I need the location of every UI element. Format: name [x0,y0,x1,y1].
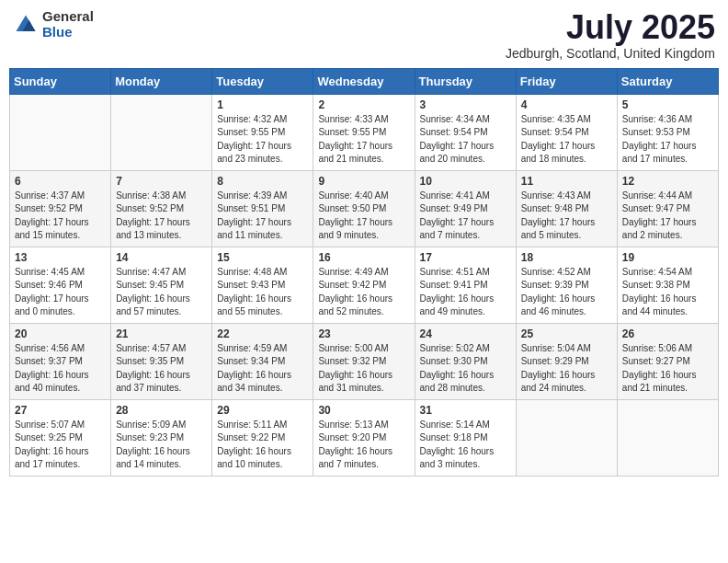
daylight-text: Daylight: 16 hours and 10 minutes. [217,446,291,470]
day-number: 12 [622,175,713,188]
sunset-text: Sunset: 9:22 PM [217,432,285,442]
day-info: Sunrise: 4:59 AM Sunset: 9:34 PM Dayligh… [217,342,308,396]
sunrise-text: Sunrise: 4:54 AM [622,267,692,277]
calendar-cell: 20 Sunrise: 4:56 AM Sunset: 9:37 PM Dayl… [10,323,111,399]
sunrise-text: Sunrise: 4:59 AM [217,343,287,353]
sunset-text: Sunset: 9:35 PM [116,356,184,366]
daylight-text: Daylight: 16 hours and 57 minutes. [116,293,190,317]
daylight-text: Daylight: 16 hours and 52 minutes. [318,293,392,317]
calendar-week-row: 1 Sunrise: 4:32 AM Sunset: 9:55 PM Dayli… [10,94,719,170]
weekday-header: Sunday [10,68,111,94]
day-info: Sunrise: 4:35 AM Sunset: 9:54 PM Dayligh… [521,113,612,167]
calendar-week-row: 6 Sunrise: 4:37 AM Sunset: 9:52 PM Dayli… [10,170,719,247]
day-number: 18 [521,251,612,264]
sunset-text: Sunset: 9:32 PM [318,356,386,366]
daylight-text: Daylight: 16 hours and 24 minutes. [521,370,596,394]
weekday-header: Saturday [617,68,718,94]
sunset-text: Sunset: 9:55 PM [318,127,386,137]
day-number: 8 [217,175,308,188]
day-info: Sunrise: 4:44 AM Sunset: 9:47 PM Dayligh… [622,190,713,243]
sunrise-text: Sunrise: 4:47 AM [116,267,186,277]
day-info: Sunrise: 5:09 AM Sunset: 9:23 PM Dayligh… [116,419,207,472]
sunset-text: Sunset: 9:52 PM [116,203,184,213]
daylight-text: Daylight: 16 hours and 44 minutes. [622,293,697,317]
daylight-text: Daylight: 17 hours and 2 minutes. [622,217,697,241]
day-number: 9 [318,175,409,188]
daylight-text: Daylight: 17 hours and 9 minutes. [318,217,392,241]
calendar-cell: 19 Sunrise: 4:54 AM Sunset: 9:38 PM Dayl… [617,247,718,323]
sunset-text: Sunset: 9:54 PM [521,127,589,137]
day-number: 27 [15,404,106,417]
day-info: Sunrise: 4:40 AM Sunset: 9:50 PM Dayligh… [318,190,409,243]
day-number: 19 [622,251,713,264]
day-info: Sunrise: 4:47 AM Sunset: 9:45 PM Dayligh… [116,266,207,319]
calendar-cell: 27 Sunrise: 5:07 AM Sunset: 9:25 PM Dayl… [10,399,111,476]
sunset-text: Sunset: 9:53 PM [622,127,690,137]
sunrise-text: Sunrise: 4:36 AM [622,114,692,124]
logo-blue: Blue [42,25,94,40]
day-info: Sunrise: 4:56 AM Sunset: 9:37 PM Dayligh… [15,342,106,396]
day-number: 25 [521,327,612,340]
sunset-text: Sunset: 9:51 PM [217,203,285,213]
calendar-cell [10,94,111,170]
calendar-cell: 4 Sunrise: 4:35 AM Sunset: 9:54 PM Dayli… [516,94,617,170]
calendar-week-row: 20 Sunrise: 4:56 AM Sunset: 9:37 PM Dayl… [10,323,719,399]
location: Jedburgh, Scotland, United Kingdom [506,46,715,61]
day-number: 23 [318,327,409,340]
weekday-header-row: SundayMondayTuesdayWednesdayThursdayFrid… [10,68,719,94]
day-info: Sunrise: 5:04 AM Sunset: 9:29 PM Dayligh… [521,342,612,396]
day-info: Sunrise: 4:34 AM Sunset: 9:54 PM Dayligh… [420,113,511,167]
sunset-text: Sunset: 9:49 PM [420,203,488,213]
calendar-cell: 9 Sunrise: 4:40 AM Sunset: 9:50 PM Dayli… [313,170,415,247]
sunrise-text: Sunrise: 4:43 AM [521,190,591,201]
daylight-text: Daylight: 16 hours and 46 minutes. [521,293,596,317]
sunrise-text: Sunrise: 4:56 AM [15,343,85,353]
calendar-cell: 13 Sunrise: 4:45 AM Sunset: 9:46 PM Dayl… [10,247,111,323]
day-info: Sunrise: 5:00 AM Sunset: 9:32 PM Dayligh… [318,342,409,396]
sunrise-text: Sunrise: 5:13 AM [318,419,388,430]
weekday-header: Thursday [415,68,516,94]
sunset-text: Sunset: 9:39 PM [521,280,589,290]
sunset-text: Sunset: 9:52 PM [15,203,83,213]
calendar-cell: 23 Sunrise: 5:00 AM Sunset: 9:32 PM Dayl… [313,323,415,399]
calendar-cell: 15 Sunrise: 4:48 AM Sunset: 9:43 PM Dayl… [212,247,313,323]
sunrise-text: Sunrise: 5:11 AM [217,419,287,430]
daylight-text: Daylight: 16 hours and 55 minutes. [217,293,291,317]
daylight-text: Daylight: 17 hours and 13 minutes. [116,217,190,241]
daylight-text: Daylight: 16 hours and 34 minutes. [217,370,291,394]
calendar-cell: 11 Sunrise: 4:43 AM Sunset: 9:48 PM Dayl… [516,170,617,247]
calendar-cell: 28 Sunrise: 5:09 AM Sunset: 9:23 PM Dayl… [111,399,212,476]
sunrise-text: Sunrise: 4:32 AM [217,114,287,124]
daylight-text: Daylight: 16 hours and 37 minutes. [116,370,190,394]
sunset-text: Sunset: 9:20 PM [318,432,386,442]
day-info: Sunrise: 4:45 AM Sunset: 9:46 PM Dayligh… [15,266,106,319]
sunrise-text: Sunrise: 4:35 AM [521,114,591,124]
sunrise-text: Sunrise: 4:40 AM [318,190,388,201]
calendar-cell: 6 Sunrise: 4:37 AM Sunset: 9:52 PM Dayli… [10,170,111,247]
calendar-cell: 29 Sunrise: 5:11 AM Sunset: 9:22 PM Dayl… [212,399,313,476]
calendar-cell: 3 Sunrise: 4:34 AM Sunset: 9:54 PM Dayli… [415,94,516,170]
daylight-text: Daylight: 16 hours and 21 minutes. [622,370,697,394]
day-number: 20 [15,327,106,340]
sunrise-text: Sunrise: 5:02 AM [420,343,490,353]
sunrise-text: Sunrise: 5:04 AM [521,343,591,353]
daylight-text: Daylight: 17 hours and 17 minutes. [622,141,697,165]
day-info: Sunrise: 4:57 AM Sunset: 9:35 PM Dayligh… [116,342,207,396]
logo-icon [13,12,39,38]
day-info: Sunrise: 5:13 AM Sunset: 9:20 PM Dayligh… [318,419,409,472]
sunset-text: Sunset: 9:43 PM [217,280,285,290]
calendar-cell: 14 Sunrise: 4:47 AM Sunset: 9:45 PM Dayl… [111,247,212,323]
sunset-text: Sunset: 9:50 PM [318,203,386,213]
calendar-cell: 22 Sunrise: 4:59 AM Sunset: 9:34 PM Dayl… [212,323,313,399]
day-info: Sunrise: 4:39 AM Sunset: 9:51 PM Dayligh… [217,190,308,243]
calendar-cell: 10 Sunrise: 4:41 AM Sunset: 9:49 PM Dayl… [415,170,516,247]
daylight-text: Daylight: 17 hours and 20 minutes. [420,141,495,165]
sunset-text: Sunset: 9:46 PM [15,280,83,290]
day-info: Sunrise: 4:32 AM Sunset: 9:55 PM Dayligh… [217,113,308,167]
daylight-text: Daylight: 16 hours and 7 minutes. [318,446,392,470]
day-number: 4 [521,98,612,111]
month-title: July 2025 [506,9,715,46]
sunrise-text: Sunrise: 4:39 AM [217,190,287,201]
daylight-text: Daylight: 16 hours and 3 minutes. [420,446,495,470]
calendar-cell: 12 Sunrise: 4:44 AM Sunset: 9:47 PM Dayl… [617,170,718,247]
